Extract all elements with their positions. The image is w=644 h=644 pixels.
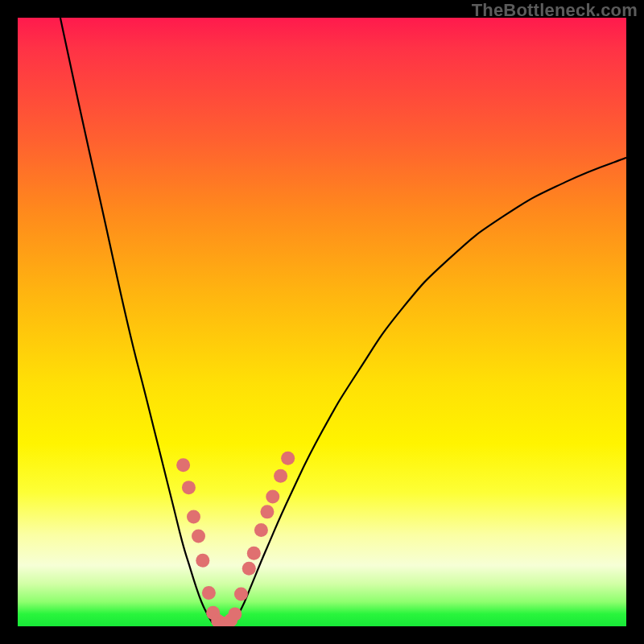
watermark: TheBottleneck.com [472, 0, 638, 21]
chart-plot [18, 18, 626, 626]
